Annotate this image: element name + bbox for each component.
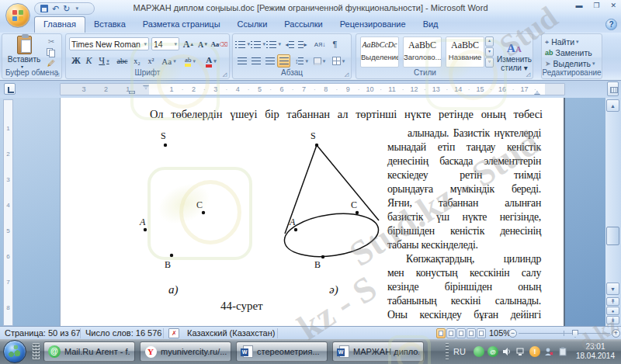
minimize-button[interactable]: ▬: [575, 2, 582, 9]
italic-button[interactable]: К: [83, 54, 95, 68]
bullets-button[interactable]: ▾: [235, 38, 250, 50]
tab-разметка-страницы[interactable]: Разметка страницы: [134, 16, 229, 33]
tray-alert-icon[interactable]: !: [529, 346, 540, 357]
increase-indent-button[interactable]: ▸: [297, 38, 309, 50]
style-card-3[interactable]: AaBbCНазвание: [446, 36, 484, 68]
ruler-toggle-button[interactable]: [607, 81, 619, 96]
font-size-combo[interactable]: 14▾: [151, 37, 179, 50]
paragraph-dialog-launcher[interactable]: ◿: [343, 71, 350, 78]
scroll-thumb[interactable]: [606, 227, 619, 245]
shading-button[interactable]: ▾: [311, 54, 328, 68]
tray-network-icon[interactable]: [515, 346, 526, 357]
help-icon[interactable]: ?: [605, 19, 617, 30]
grow-font-button[interactable]: А▲: [182, 38, 196, 50]
strikethrough-button[interactable]: abc: [115, 54, 130, 68]
replace-button[interactable]: ab Заменить: [545, 47, 592, 58]
style-card-2[interactable]: AaBbCЗаголово...: [403, 36, 442, 68]
document-page[interactable]: Ол төбелердін үшеуі бір табаннан ал төрт…: [60, 98, 565, 326]
format-painter-icon[interactable]: 🖉: [45, 58, 57, 68]
multilevel-list-button[interactable]: ▾: [266, 38, 281, 50]
styles-dialog-launcher[interactable]: ◿: [525, 71, 532, 78]
align-center-button[interactable]: [249, 54, 262, 68]
clipboard-dialog-launcher[interactable]: ◿: [54, 71, 61, 78]
fullscreen-view-icon[interactable]: [446, 328, 456, 338]
task-button[interactable]: @Mail.Ru Агент - f...: [43, 341, 135, 362]
bold-button[interactable]: Ж: [70, 54, 82, 68]
find-button[interactable]: ⌖ Найти▾: [545, 36, 579, 47]
vertical-ruler[interactable]: 12345678: [3, 99, 13, 326]
tray-mailru-icon[interactable]: @: [487, 346, 498, 357]
page-indicator[interactable]: Страница: 50 из 67: [5, 328, 81, 338]
office-button[interactable]: [5, 3, 30, 28]
clear-formatting-button[interactable]: Аа⌫: [212, 38, 227, 50]
highlight-button[interactable]: ab▾: [181, 54, 199, 68]
tray-user-icon[interactable]: [543, 346, 554, 357]
draft-view-icon[interactable]: [477, 328, 486, 338]
styles-more-icon[interactable]: ▿: [485, 57, 494, 68]
first-line-indent-marker[interactable]: [143, 85, 149, 89]
sort-button[interactable]: АЯ↓: [312, 38, 328, 50]
borders-button[interactable]: ▾: [329, 54, 348, 68]
clock[interactable]: 23:01 18.04.2014: [576, 342, 615, 361]
tab-ссылки[interactable]: Ссылки: [229, 16, 276, 33]
tab-рецензирование[interactable]: Рецензирование: [331, 16, 415, 33]
close-button[interactable]: ✕: [610, 2, 616, 9]
tray-clipboard-icon[interactable]: [557, 346, 568, 357]
font-color-button[interactable]: А▾: [202, 54, 220, 68]
tab-selector[interactable]: [4, 83, 16, 95]
style-card-1[interactable]: AaBbCcDcВыделение: [360, 36, 399, 68]
print-layout-view-icon[interactable]: [436, 328, 446, 338]
group-editing: ⌖ Найти▾ ab Заменить ➤ Выделить▾ Редакти…: [541, 33, 602, 79]
tab-вставка[interactable]: Вставка: [85, 16, 134, 33]
zoom-out-icon[interactable]: −: [508, 329, 517, 338]
superscript-button[interactable]: x²: [144, 54, 158, 68]
subscript-button[interactable]: x₂: [130, 54, 144, 68]
change-case-button[interactable]: Aa▾: [160, 54, 178, 68]
scroll-down-icon[interactable]: ▼: [606, 283, 619, 295]
tray-agent-icon[interactable]: [474, 346, 484, 357]
zoom-slider-thumb[interactable]: [572, 330, 578, 338]
styles-scroll-up-icon[interactable]: ▴: [485, 36, 494, 47]
browse-next-icon[interactable]: ↡: [606, 316, 619, 324]
line-spacing-button[interactable]: ↕▾: [293, 54, 310, 68]
justify-button[interactable]: [277, 54, 290, 68]
task-button[interactable]: стереометрия...: [236, 341, 328, 362]
font-dialog-launcher[interactable]: ◿: [221, 71, 228, 78]
copy-icon[interactable]: [45, 47, 57, 57]
task-button[interactable]: Ymyunivercity.ru/...: [140, 341, 231, 362]
start-button[interactable]: [3, 340, 26, 363]
paste-button[interactable]: [7, 36, 41, 54]
show-marks-button[interactable]: ¶: [329, 38, 341, 50]
align-left-button[interactable]: [235, 54, 248, 68]
cut-icon[interactable]: ✂: [45, 36, 57, 47]
outline-view-icon[interactable]: [467, 328, 476, 338]
align-right-button[interactable]: [263, 54, 276, 68]
numbering-button[interactable]: ▾: [251, 38, 265, 50]
shrink-font-button[interactable]: А▼: [196, 38, 210, 50]
spellcheck-icon[interactable]: ✗: [168, 328, 179, 338]
font-family-combo[interactable]: Times New Roman▾: [69, 37, 149, 50]
tab-вид[interactable]: Вид: [415, 16, 447, 33]
restore-button[interactable]: ❐: [593, 2, 599, 9]
web-view-icon[interactable]: [456, 328, 466, 338]
tray-volume-icon[interactable]: [501, 346, 512, 357]
styles-scroll-down-icon[interactable]: ▾: [485, 47, 494, 57]
browse-prev-icon[interactable]: ↟: [606, 297, 619, 306]
language-indicator[interactable]: Казахский (Казахстан): [187, 328, 275, 338]
language-bar[interactable]: RU: [453, 347, 466, 356]
word-count[interactable]: Число слов: 16 576: [85, 328, 161, 338]
decrease-indent-button[interactable]: ◂: [283, 38, 296, 50]
zoom-level[interactable]: 105%: [489, 328, 511, 338]
select-button[interactable]: ➤ Выделить▾: [545, 58, 595, 69]
zoom-in-icon[interactable]: +: [612, 329, 620, 338]
browse-select-icon[interactable]: ●: [606, 307, 619, 315]
scroll-up-icon[interactable]: ▲: [606, 99, 619, 112]
horizontal-ruler[interactable]: 3211·2·3·4·5·6·7·8·9·10·11·12·13·14·15·1…: [60, 83, 565, 95]
tab-главная[interactable]: Главная: [34, 16, 85, 33]
ruler-number: 12: [410, 85, 418, 94]
tab-рассылки[interactable]: Рассылки: [276, 16, 331, 33]
vertical-scrollbar[interactable]: ▲ ▼ ↟ ● ↡: [605, 98, 621, 326]
zoom-slider-track[interactable]: [519, 333, 610, 334]
underline-button[interactable]: Ч▾: [95, 54, 113, 68]
task-button[interactable]: МАРЖАН дипло...: [332, 341, 424, 362]
